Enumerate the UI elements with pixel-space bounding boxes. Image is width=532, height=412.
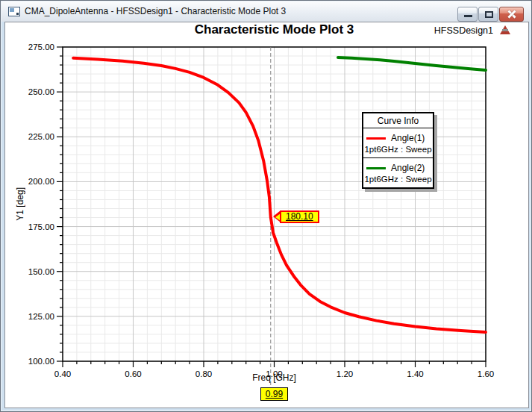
y-axis-title: Y1 [deg]	[14, 47, 26, 361]
legend-entry-Angle(1)[interactable]: Angle(1)1pt6GHz : Sweep	[363, 128, 433, 157]
x-marker-value[interactable]: 0.99	[260, 387, 288, 401]
legend-swatch-icon	[366, 137, 386, 140]
curve-angle2[interactable]	[338, 57, 486, 70]
y-marker-value: 180.10	[280, 210, 319, 223]
design-name-label: HFSSDesign1	[419, 25, 493, 36]
chart-canvas[interactable]: 0.400.600.801.001.201.401.60100.00125.00…	[1, 1, 532, 412]
y-tick-label: 150.00	[28, 267, 54, 276]
legend-title: Curve Info	[363, 113, 433, 128]
legend[interactable]: Curve Info Angle(1)1pt6GHz : SweepAngle(…	[362, 112, 434, 189]
report-window: CMA_DipoleAntenna - HFSSDesign1 - Charac…	[0, 0, 532, 412]
legend-entry-solution: 1pt6GHz : Sweep	[363, 175, 433, 184]
ansoft-logo-icon	[500, 25, 510, 34]
y-tick-label: 100.00	[28, 357, 54, 366]
legend-swatch-icon	[366, 167, 386, 169]
legend-entry-Angle(2)[interactable]: Angle(2)1pt6GHz : Sweep	[363, 157, 433, 187]
x-axis-title: Freq [GHz]	[63, 372, 486, 383]
y-tick-label: 225.00	[28, 132, 54, 141]
y-tick-label: 275.00	[28, 43, 54, 52]
y-tick-label: 175.00	[28, 222, 54, 231]
legend-entry-solution: 1pt6GHz : Sweep	[363, 145, 433, 154]
legend-entry-label: Angle(1)	[391, 133, 425, 143]
legend-entry-label: Angle(2)	[391, 163, 425, 173]
curve-angle1[interactable]	[73, 58, 486, 332]
y-tick-label: 125.00	[28, 312, 54, 321]
y-tick-label: 250.00	[28, 87, 54, 96]
y-tick-label: 200.00	[28, 177, 54, 186]
